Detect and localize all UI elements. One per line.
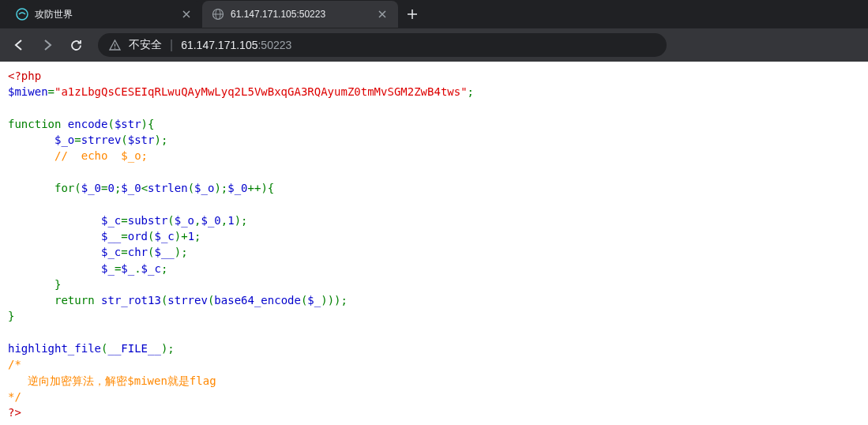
reload-button[interactable] bbox=[63, 32, 88, 58]
svg-point-5 bbox=[115, 47, 116, 49]
forward-button[interactable] bbox=[35, 32, 60, 58]
address-divider: | bbox=[170, 38, 173, 52]
globe-icon bbox=[212, 8, 224, 21]
back-button[interactable] bbox=[6, 32, 32, 58]
tab-1[interactable]: 攻防世界 bbox=[6, 1, 202, 28]
tab-favicon-1 bbox=[16, 8, 28, 21]
tab-2[interactable]: 61.147.171.105:50223 bbox=[202, 1, 398, 28]
tab-close-1[interactable] bbox=[180, 8, 193, 21]
page-content: <?php $miwen="a1zLbgQsCESEIqRLwuQAyMwLyq… bbox=[0, 62, 868, 425]
svg-point-0 bbox=[17, 9, 28, 20]
url-text: 61.147.171.105:50223 bbox=[181, 38, 291, 52]
warning-icon bbox=[109, 39, 121, 51]
tab-close-2[interactable] bbox=[376, 8, 389, 21]
security-label: 不安全 bbox=[129, 38, 162, 52]
address-bar[interactable]: 不安全 | 61.147.171.105:50223 bbox=[98, 33, 667, 57]
browser-chrome: 攻防世界 61.147.171.105:50223 bbox=[0, 0, 868, 62]
new-tab-button[interactable] bbox=[401, 3, 423, 25]
toolbar: 不安全 | 61.147.171.105:50223 bbox=[0, 28, 868, 62]
tab-strip: 攻防世界 61.147.171.105:50223 bbox=[0, 0, 868, 28]
tab-title-1: 攻防世界 bbox=[35, 8, 174, 21]
tab-title-2: 61.147.171.105:50223 bbox=[231, 9, 370, 20]
code-block: <?php $miwen="a1zLbgQsCESEIqRLwuQAyMwLyq… bbox=[8, 68, 860, 421]
